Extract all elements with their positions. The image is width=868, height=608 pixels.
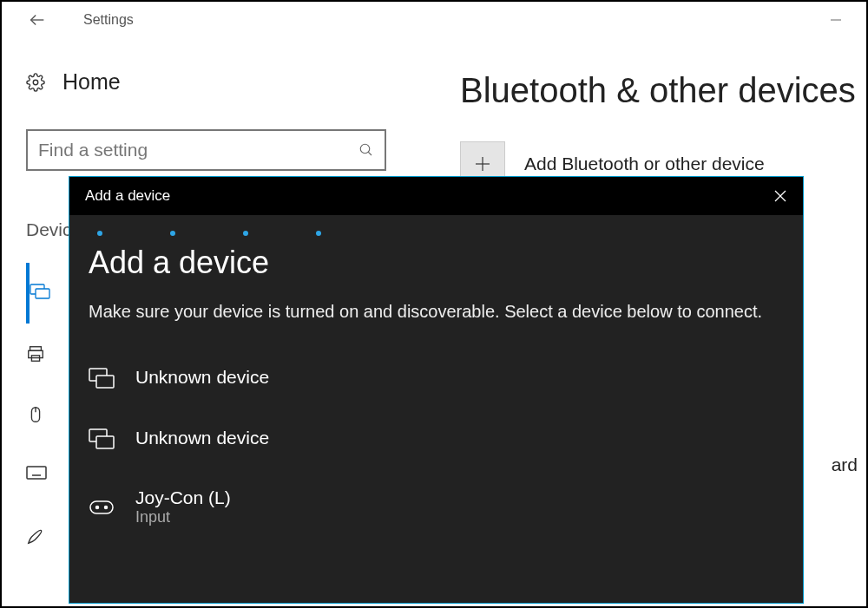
svg-point-2 [33, 80, 38, 85]
svg-rect-23 [96, 376, 114, 388]
dialog-body: Add a device Make sure your device is tu… [69, 215, 803, 535]
svg-rect-25 [96, 436, 114, 448]
partial-text: ard [832, 454, 858, 475]
device-item[interactable]: Unknown device [89, 413, 784, 474]
device-name: Unknown device [135, 367, 269, 388]
settings-window: Settings Home [2, 2, 866, 606]
printer-icon [26, 344, 45, 363]
svg-rect-6 [36, 289, 49, 298]
pen-icon [26, 526, 45, 546]
app-title: Settings [83, 12, 134, 28]
search-input[interactable] [38, 140, 358, 160]
loading-indicator [97, 231, 784, 236]
svg-point-27 [96, 506, 99, 508]
gear-icon [26, 73, 45, 92]
back-button[interactable] [23, 5, 52, 35]
titlebar: Settings [2, 2, 866, 38]
dialog-titlebar-text: Add a device [85, 187, 170, 205]
keyboard-icon [30, 284, 49, 303]
device-subtitle: Input [135, 508, 231, 526]
page-heading: Bluetooth & other devices [460, 71, 866, 110]
svg-point-28 [105, 506, 108, 508]
mouse-icon [26, 405, 45, 424]
home-label: Home [62, 69, 121, 95]
device-item[interactable]: Unknown device [89, 352, 784, 413]
svg-line-4 [368, 152, 372, 155]
device-item[interactable]: Joy-Con (L) Input [89, 474, 784, 535]
minimize-button[interactable] [830, 14, 842, 26]
dialog-description: Make sure your device is turned on and d… [89, 298, 784, 324]
device-name: Joy-Con (L) [135, 487, 231, 508]
display-icon [89, 368, 115, 389]
dialog-heading: Add a device [89, 245, 784, 281]
display-icon [89, 428, 115, 449]
svg-rect-12 [27, 467, 46, 479]
svg-point-3 [360, 144, 370, 154]
close-button[interactable] [773, 189, 787, 203]
dialog-titlebar: Add a device [69, 177, 803, 215]
home-row[interactable]: Home [26, 69, 410, 95]
svg-rect-26 [90, 501, 113, 513]
gamepad-icon [89, 498, 115, 519]
device-name: Unknown device [135, 428, 269, 448]
svg-rect-8 [29, 350, 43, 357]
add-label: Add Bluetooth or other device [524, 154, 765, 174]
search-box[interactable] [26, 129, 386, 171]
keyboard2-icon [26, 466, 45, 485]
add-device-dialog: Add a device Add a device Make sure your… [69, 176, 804, 604]
search-icon [358, 142, 374, 158]
window-controls [830, 14, 859, 26]
